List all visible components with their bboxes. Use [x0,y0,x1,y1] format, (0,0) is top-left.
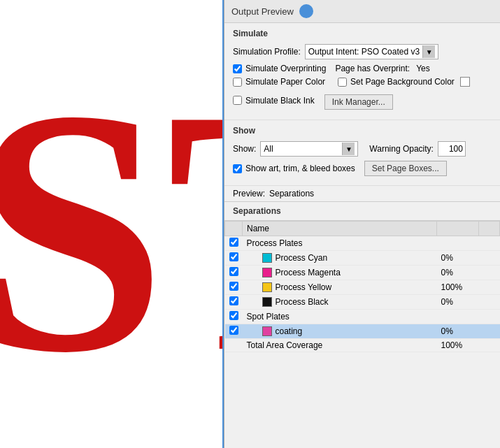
row-value-cell: 0% [437,324,479,339]
col-check [225,222,243,236]
checkbox-coating[interactable] [229,326,238,335]
page-has-overprint-label: Page has Overprint: [335,64,410,73]
table-row[interactable]: coating0% [225,324,500,339]
simulate-paper-color-checkbox[interactable] [233,78,242,87]
row-name-cell: Process Magenta [243,266,437,280]
simulate-overprinting-label: Simulate Overprinting [245,64,326,73]
simulate-paper-row: Simulate Paper Color Set Page Background… [233,77,492,90]
left-panel: ST [0,0,224,448]
preview-row: Preview: Separations [224,186,500,202]
color-swatch-process-black [262,297,272,307]
color-swatch-process-cyan [262,253,272,263]
show-art-trim-row: Show art, trim, & bleed boxes Set Page B… [233,161,492,176]
bg-color-swatch [460,77,470,87]
page-has-overprint-value: Yes [416,64,430,73]
ink-manager-button[interactable]: Ink Manager... [324,94,393,110]
checkbox-process-magenta[interactable] [229,267,238,276]
set-page-bg-label: Set Page Background Color [350,77,455,87]
checkbox-process-black[interactable] [229,296,238,305]
row-checkbox-cell [225,324,243,339]
total-area-value: 100% [437,339,479,352]
table-row[interactable]: Process Plates [225,236,500,251]
row-name-text-process-magenta: Process Magenta [276,268,341,277]
table-row[interactable]: Process Black0% [225,295,500,310]
table-row[interactable]: Process Cyan0% [225,251,500,266]
simulate-black-ink-checkbox[interactable] [233,96,242,105]
separations-header: Separations [224,202,500,221]
dropdown-arrow-icon[interactable]: ▼ [422,45,435,58]
row-name-cell: Process Black [243,295,437,310]
simulate-black-ink-label: Simulate Black Ink [245,96,315,106]
panel-title: Output Preview [231,6,294,17]
preview-value: Separations [269,189,314,198]
show-art-trim-checkbox[interactable] [233,164,242,173]
simulation-profile-value: Output Intent: PSO Coated v3 [308,47,420,57]
simulate-overprinting-checkbox[interactable] [233,64,242,73]
table-row[interactable]: Process Magenta0% [225,266,500,280]
row-name-cell: Process Plates [243,236,437,251]
show-section: Show Show: All ▼ Warning Opacity: Show a… [224,120,500,186]
table-row[interactable]: Process Yellow100% [225,280,500,295]
color-swatch-process-yellow [262,282,272,292]
set-page-bg-row: Set Page Background Color [338,77,470,87]
big-letters-display: ST [0,56,224,405]
row-value-cell: 0% [437,251,479,266]
row-name-text-process-cyan: Process Cyan [276,253,328,263]
row-checkbox-cell [225,266,243,280]
warning-opacity-input[interactable] [438,141,466,157]
separations-section: Separations Name Process PlatesProcess C… [224,202,500,448]
total-area-label: Total Area Coverage [243,339,437,352]
warning-opacity-label: Warning Opacity: [369,144,434,154]
right-panel: Output Preview Simulate Simulation Profi… [224,0,500,448]
row-name-cell: Spot Plates [243,310,437,324]
row-checkbox-cell [225,280,243,295]
show-art-trim-label: Show art, trim, & bleed boxes [245,164,355,173]
row-name-text-process-plates: Process Plates [247,238,303,248]
row-value-cell: 0% [437,266,479,280]
simulate-overprinting-row: Simulate Overprinting Page has Overprint… [233,64,492,73]
simulate-paper-color-row: Simulate Paper Color [233,77,325,87]
row-extra-cell [479,295,500,310]
row-name-text-process-yellow: Process Yellow [276,282,332,292]
row-name-text-process-black: Process Black [276,297,329,307]
row-extra-cell [479,324,500,339]
row-value-cell [437,236,479,251]
row-checkbox-cell [225,251,243,266]
simulate-section: Simulate Simulation Profile: Output Inte… [224,23,500,120]
row-extra-cell [479,280,500,295]
checkbox-spot-plates[interactable] [229,311,238,320]
show-value: All [264,144,273,154]
row-value-cell: 0% [437,295,479,310]
row-extra-cell [479,251,500,266]
show-dropdown-arrow-icon[interactable]: ▼ [342,143,355,155]
set-page-bg-checkbox[interactable] [338,78,347,87]
preview-label: Preview: [233,189,265,198]
simulate-paper-color-label: Simulate Paper Color [245,77,325,87]
show-title: Show [233,126,492,136]
set-page-boxes-button[interactable]: Set Page Boxes... [364,161,447,176]
separations-table: Name Process PlatesProcess Cyan0%Process… [224,221,500,352]
row-name-cell: Process Cyan [243,251,437,266]
show-label: Show: [233,144,256,154]
checkbox-process-yellow[interactable] [229,282,238,291]
checkbox-process-plates[interactable] [229,238,238,247]
row-checkbox-cell [225,236,243,251]
row-value-cell: 100% [437,280,479,295]
simulation-profile-row: Simulation Profile: Output Intent: PSO C… [233,44,492,59]
row-name-text-spot-plates: Spot Plates [247,312,290,321]
simulation-profile-dropdown[interactable]: Output Intent: PSO Coated v3 ▼ [305,44,438,59]
row-value-cell [437,310,479,324]
table-row[interactable]: Spot Plates [225,310,500,324]
row-extra-cell [479,310,500,324]
show-dropdown[interactable]: All ▼ [260,141,358,157]
row-checkbox-cell [225,310,243,324]
header-icon [299,4,313,18]
panel-header: Output Preview [224,0,500,23]
simulate-black-ink-row: Simulate Black Ink Ink Manager... [233,94,492,110]
col-name: Name [243,222,437,236]
simulate-black-ink-checkbox-row: Simulate Black Ink [233,96,315,106]
checkbox-process-cyan[interactable] [229,252,238,261]
total-row: Total Area Coverage100% [225,339,500,352]
row-checkbox-cell [225,295,243,310]
color-swatch-process-magenta [262,268,272,277]
